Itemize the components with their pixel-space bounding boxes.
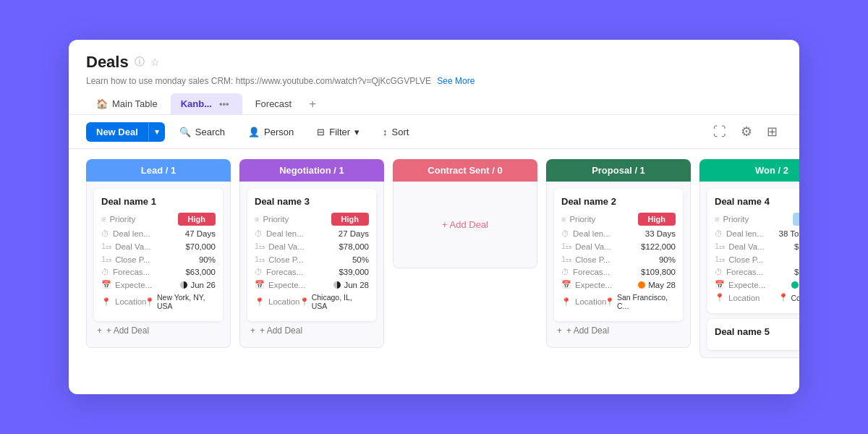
field-deal-len: ⏱ Deal len... 47 Days bbox=[101, 229, 216, 238]
add-deal-button[interactable]: + + Add Deal bbox=[94, 321, 223, 340]
deal-card: Deal name 4 ≡ Priority Low ⏱ Deal len... bbox=[707, 189, 799, 313]
calendar-icon: 📅 bbox=[255, 280, 265, 289]
priority-icon: ≡ bbox=[561, 215, 566, 224]
number-icon: 1₂₃ bbox=[101, 242, 111, 251]
kanban-board: Lead / 1 Deal name 1 ≡ Priority High ⏱ bbox=[69, 149, 799, 394]
field-close-p: 1₂₃ Close P... 50% bbox=[255, 255, 369, 264]
calendar-icon: 📅 bbox=[561, 280, 571, 289]
percent-icon: 1₂₃ bbox=[561, 255, 571, 264]
priority-icon: ≡ bbox=[255, 215, 259, 224]
column-lead-body: Deal name 1 ≡ Priority High ⏱ Deal len..… bbox=[86, 182, 231, 348]
column-contract: Contract Sent / 0 + Add Deal bbox=[393, 159, 537, 268]
status-indicator bbox=[791, 281, 799, 289]
add-tab-button[interactable]: + bbox=[305, 97, 320, 111]
priority-badge: Low bbox=[793, 213, 799, 226]
column-proposal: Proposal / 1 Deal name 2 ≡ Priority High… bbox=[546, 159, 691, 348]
field-close-p: 1₂₃ Close P... 90% bbox=[101, 255, 216, 264]
deal-name: Deal name 5 bbox=[715, 326, 799, 337]
add-deal-button[interactable]: + + Add Deal bbox=[247, 321, 376, 340]
priority-badge: High bbox=[638, 213, 676, 226]
field-priority: ≡ Priority High bbox=[101, 213, 216, 226]
title-row: Deals ⓘ ☆ bbox=[86, 53, 782, 72]
toolbar-right: ⛶ ⚙ ⊞ bbox=[709, 121, 782, 142]
field-priority: ≡ Priority High bbox=[561, 213, 676, 226]
number-icon: 1₂₃ bbox=[715, 242, 725, 251]
deal-name: Deal name 4 bbox=[715, 196, 799, 207]
field-deal-len: ⏱ Deal len... 33 Days bbox=[561, 229, 676, 238]
person-button[interactable]: 👤 Person bbox=[239, 122, 302, 142]
settings-icon[interactable]: ⚙ bbox=[736, 121, 757, 142]
filter-dropdown-icon: ▾ bbox=[354, 127, 359, 137]
person-icon: 👤 bbox=[248, 127, 260, 137]
tab-more-icon[interactable]: ••• bbox=[216, 98, 232, 109]
apps-icon[interactable]: ⊞ bbox=[762, 121, 782, 142]
forecast-icon: ⏱ bbox=[715, 268, 723, 276]
info-icon[interactable]: ⓘ bbox=[135, 56, 145, 69]
expand-icon[interactable]: ⛶ bbox=[709, 122, 731, 142]
field-forecast: ⏱ Forecas... $39,000 bbox=[255, 268, 369, 276]
new-deal-dropdown-arrow[interactable]: ▾ bbox=[148, 123, 165, 141]
forecast-icon: ⏱ bbox=[101, 268, 109, 276]
column-proposal-header: Proposal / 1 bbox=[546, 159, 691, 182]
percent-icon: 1₂₃ bbox=[715, 255, 725, 264]
new-deal-button[interactable]: New Deal ▾ bbox=[86, 122, 165, 142]
page-title: Deals bbox=[86, 53, 129, 72]
filter-button[interactable]: ⊟ Filter ▾ bbox=[308, 122, 368, 142]
field-forecast: ⏱ Forecas... $119,000 bbox=[715, 268, 799, 276]
location-icon: 📍 bbox=[101, 297, 111, 307]
priority-icon: ≡ bbox=[715, 215, 719, 224]
priority-badge: High bbox=[178, 213, 216, 226]
home-icon: 🏠 bbox=[96, 98, 108, 109]
field-forecast: ⏱ Forecas... $63,000 bbox=[101, 268, 216, 276]
tab-main-table[interactable]: 🏠 Main Table bbox=[86, 93, 168, 114]
search-button[interactable]: 🔍 Search bbox=[171, 122, 234, 142]
tab-forecast[interactable]: Forecast bbox=[245, 93, 302, 114]
see-more-link[interactable]: See More bbox=[437, 76, 475, 86]
column-lead-header: Lead / 1 bbox=[86, 159, 231, 182]
column-negotiation-header: Negotiation / 1 bbox=[239, 159, 384, 182]
map-pin-icon: 📍 bbox=[299, 297, 310, 307]
plus-icon: + bbox=[557, 326, 562, 336]
status-indicator bbox=[180, 281, 187, 289]
forecast-icon: ⏱ bbox=[561, 268, 569, 276]
column-negotiation-body: Deal name 3 ≡ Priority High ⏱ Deal len..… bbox=[239, 182, 384, 348]
status-indicator bbox=[333, 281, 341, 289]
toolbar: New Deal ▾ 🔍 Search 👤 Person ⊟ Filter ▾ … bbox=[69, 115, 799, 149]
field-priority: ≡ Priority High bbox=[255, 213, 369, 226]
filter-icon: ⊟ bbox=[317, 127, 325, 137]
plus-icon: + bbox=[97, 326, 102, 336]
field-expected: 📅 Expecte... May 28 bbox=[561, 280, 676, 289]
deal-name: Deal name 2 bbox=[561, 196, 676, 207]
subtitle: Learn how to use monday sales CRM: https… bbox=[86, 76, 782, 86]
deal-card: Deal name 1 ≡ Priority High ⏱ Deal len..… bbox=[94, 189, 223, 321]
field-expected: 📅 Expecte... May 11 bbox=[715, 280, 799, 289]
star-icon[interactable]: ☆ bbox=[150, 56, 160, 68]
add-deal-button[interactable]: + Add Deal bbox=[436, 213, 494, 236]
calendar-icon: 📅 bbox=[101, 280, 111, 289]
field-location: 📍 Location 📍 New York, NY, USA bbox=[101, 293, 216, 310]
calendar-icon: 📅 bbox=[715, 280, 725, 289]
add-deal-button[interactable]: + + Add Deal bbox=[554, 321, 683, 340]
field-location: 📍 Location 📍 Colosseum bbox=[715, 293, 799, 302]
app-window: Deals ⓘ ☆ Learn how to use monday sales … bbox=[69, 40, 799, 394]
field-deal-len: ⏱ Deal len... 38 Total Days bbox=[715, 229, 799, 238]
tab-kanban[interactable]: Kanb... ••• bbox=[171, 93, 242, 114]
search-icon: 🔍 bbox=[179, 127, 191, 137]
location-icon: 📍 bbox=[561, 297, 571, 307]
percent-icon: 1₂₃ bbox=[101, 255, 111, 264]
field-expected: 📅 Expecte... Jun 26 bbox=[101, 280, 216, 289]
field-deal-val: 1₂₃ Deal Va... $78,000 bbox=[255, 242, 369, 251]
field-deal-val: 1₂₃ Deal Va... $119,000 bbox=[715, 242, 799, 251]
clock-icon: ⏱ bbox=[101, 229, 109, 238]
column-won: Won / 2 Deal name 4 ≡ Priority Low ⏱ bbox=[699, 159, 799, 358]
map-pin-icon: 📍 bbox=[778, 293, 788, 302]
location-icon: 📍 bbox=[715, 293, 725, 302]
column-negotiation: Negotiation / 1 Deal name 3 ≡ Priority H… bbox=[239, 159, 384, 348]
clock-icon: ⏱ bbox=[561, 229, 569, 238]
deal-card: Deal name 3 ≡ Priority High ⏱ Deal len..… bbox=[247, 189, 376, 321]
deal-name: Deal name 3 bbox=[255, 196, 369, 207]
number-icon: 1₂₃ bbox=[561, 242, 571, 251]
column-contract-header: Contract Sent / 0 bbox=[393, 159, 537, 182]
column-contract-body: + Add Deal bbox=[393, 182, 537, 268]
sort-button[interactable]: ↕ Sort bbox=[374, 122, 417, 142]
